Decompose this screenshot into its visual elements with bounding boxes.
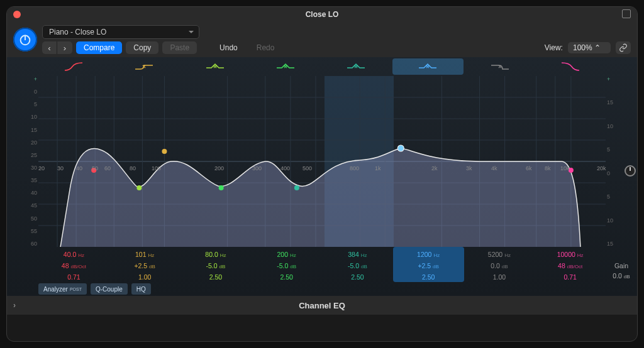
band-type-icon[interactable] bbox=[535, 57, 606, 76]
close-window-button[interactable] bbox=[13, 11, 21, 18]
band-type-icon[interactable] bbox=[392, 58, 463, 75]
preset-select[interactable]: Piano - Close LO bbox=[42, 25, 199, 39]
svg-point-31 bbox=[294, 185, 299, 190]
svg-point-27 bbox=[91, 168, 96, 173]
svg-point-28 bbox=[162, 149, 167, 154]
analyzer-button[interactable]: AnalyzerPOST bbox=[38, 283, 87, 295]
svg-point-33 bbox=[569, 168, 574, 173]
master-gain-readout: Gain 0.0 dB bbox=[606, 261, 637, 282]
redo-button[interactable]: Redo bbox=[249, 41, 282, 54]
band-type-icon[interactable] bbox=[321, 57, 391, 76]
svg-point-32 bbox=[397, 145, 404, 151]
svg-point-30 bbox=[219, 185, 224, 190]
view-label: View: bbox=[545, 43, 563, 52]
window-title: Close LO bbox=[306, 10, 339, 19]
prev-preset-button[interactable]: ‹ bbox=[42, 41, 57, 54]
compare-button[interactable]: Compare bbox=[76, 41, 122, 54]
zoom-select[interactable]: 100% ⌃ bbox=[568, 42, 611, 53]
preset-name: Piano - Close LO bbox=[49, 28, 106, 36]
plugin-name: Channel EQ bbox=[299, 301, 345, 310]
undo-button[interactable]: Undo bbox=[212, 41, 245, 54]
expand-icon[interactable] bbox=[622, 9, 631, 18]
analyzer-scale: +051015202530354045505560 bbox=[25, 76, 37, 247]
master-gain-knob[interactable] bbox=[625, 165, 636, 177]
copy-button[interactable]: Copy bbox=[126, 41, 158, 54]
band-column[interactable]: 10000 Hz48 dB/Oct0.71 bbox=[535, 247, 606, 282]
hq-button[interactable]: HQ bbox=[131, 283, 151, 295]
band-type-icon[interactable] bbox=[38, 57, 109, 76]
next-preset-button[interactable]: › bbox=[57, 41, 72, 54]
band-type-strip bbox=[7, 57, 637, 76]
link-button[interactable] bbox=[616, 41, 631, 54]
eq-curve-display[interactable] bbox=[38, 76, 606, 247]
band-type-icon[interactable] bbox=[109, 57, 179, 76]
plugin-footer: › Channel EQ bbox=[7, 296, 637, 315]
band-type-icon[interactable] bbox=[465, 57, 535, 76]
band-parameters: 40.0 Hz48 dB/Oct0.71101 Hz+2.5 dB1.0080.… bbox=[38, 247, 606, 282]
band-column[interactable]: 40.0 Hz48 dB/Oct0.71 bbox=[38, 247, 109, 282]
q-couple-button[interactable]: Q-Couple bbox=[91, 283, 128, 295]
band-column[interactable]: 200 Hz-5.0 dB2.50 bbox=[251, 247, 322, 282]
titlebar: Close LO bbox=[7, 7, 637, 22]
band-column[interactable]: 384 Hz-5.0 dB2.50 bbox=[322, 247, 393, 282]
power-button[interactable] bbox=[13, 28, 37, 52]
band-column[interactable]: 1200 Hz+2.5 dB2.50 bbox=[393, 247, 464, 282]
disclosure-button[interactable]: › bbox=[13, 301, 16, 310]
svg-point-29 bbox=[136, 185, 142, 190]
band-type-icon[interactable] bbox=[180, 57, 250, 76]
band-column[interactable]: 101 Hz+2.5 dB1.00 bbox=[109, 247, 180, 282]
band-column[interactable]: 5200 Hz0.0 dB1.00 bbox=[464, 247, 535, 282]
gain-scale: +15105051015 bbox=[607, 76, 619, 247]
paste-button[interactable]: Paste bbox=[162, 41, 197, 54]
band-type-icon[interactable] bbox=[250, 57, 321, 76]
band-column[interactable]: 80.0 Hz-5.0 dB2.50 bbox=[180, 247, 252, 282]
